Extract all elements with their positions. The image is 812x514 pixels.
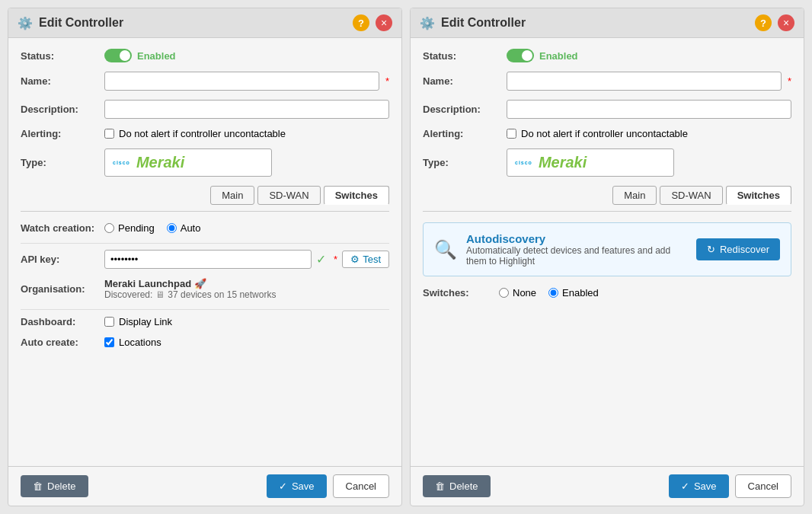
right-footer-right: ✓ Save Cancel [669, 474, 791, 498]
right-tab-switches[interactable]: Switches [726, 186, 791, 205]
right-switches-control: None Enabled [499, 287, 599, 299]
left-watch-pending-radio[interactable] [104, 223, 114, 233]
right-cisco-logo: cisco [515, 160, 532, 165]
right-switches-enabled-label[interactable]: Enabled [548, 287, 599, 299]
left-save-button[interactable]: ✓ Save [267, 474, 327, 498]
left-dashboard-checkbox-label[interactable]: Display Link [104, 316, 389, 327]
left-status-toggle[interactable] [104, 49, 132, 62]
right-name-input[interactable]: Launchpad [507, 72, 782, 91]
right-name-control: Launchpad * [507, 72, 791, 91]
left-status-control: Enabled [104, 49, 389, 62]
autodiscovery-content: Autodiscovery Automatically detect devic… [466, 232, 687, 267]
autodiscovery-icon: 🔍 [434, 239, 457, 260]
right-switches-enabled-radio[interactable] [548, 288, 558, 298]
right-panel-body: Status: Enabled Name: Launchpad * Descri… [411, 38, 804, 466]
left-close-button[interactable]: × [376, 14, 392, 31]
left-status-label: Status: [21, 50, 104, 62]
left-dashboard-control: Display Link [104, 316, 389, 327]
left-type-control: cisco Meraki [104, 148, 389, 177]
left-autocreate-checkbox[interactable] [104, 337, 114, 347]
right-edit-controller-panel: ⚙️ Edit Controller ? × Status: Enabled N… [410, 8, 804, 506]
right-help-button[interactable]: ? [755, 14, 772, 31]
left-device-icon: 🖥 [155, 289, 165, 300]
left-description-row: Description: Meraki Switch [21, 100, 389, 119]
autodiscovery-title: Autodiscovery [466, 232, 687, 245]
left-watch-auto-radio[interactable] [167, 223, 177, 233]
right-name-required: * [788, 75, 791, 87]
left-dashboard-row: Dashboard: Display Link [21, 316, 389, 327]
left-apikey-input[interactable] [104, 250, 312, 269]
left-autocreate-label: Auto create: [21, 337, 104, 348]
left-description-input[interactable]: Meraki Switch [104, 100, 389, 119]
refresh-icon: ↻ [707, 244, 715, 255]
left-test-button[interactable]: ⚙ Test [342, 251, 389, 268]
left-description-control: Meraki Switch [104, 100, 389, 119]
right-type-row: Type: cisco Meraki [423, 148, 791, 177]
right-tab-main[interactable]: Main [612, 186, 657, 205]
left-tab-switches[interactable]: Switches [324, 186, 389, 205]
right-switches-none-radio[interactable] [499, 288, 509, 298]
right-panel-footer: 🗑 Delete ✓ Save Cancel [411, 466, 804, 506]
right-name-label: Name: [423, 75, 507, 87]
autodiscovery-desc: Automatically detect devices and feature… [466, 245, 687, 267]
left-panel-footer: 🗑 Delete ✓ Save Cancel [8, 466, 401, 506]
left-type-row: Type: cisco Meraki [21, 148, 389, 177]
left-header-actions: ? × [353, 14, 392, 31]
right-alerting-checkbox[interactable] [507, 129, 516, 139]
right-status-row: Status: Enabled [423, 49, 791, 62]
left-alerting-control: Do not alert if controller uncontactable [104, 128, 389, 139]
left-alerting-checkbox[interactable] [104, 129, 114, 139]
right-tabs-row: Main SD-WAN Switches [423, 186, 791, 212]
left-alerting-checkbox-label[interactable]: Do not alert if controller uncontactable [104, 128, 389, 139]
right-status-label: Status: [423, 50, 507, 62]
left-cisco-logo: cisco [113, 160, 130, 165]
right-alerting-row: Alerting: Do not alert if controller unc… [423, 128, 791, 139]
right-alerting-checkbox-label[interactable]: Do not alert if controller uncontactable [507, 128, 791, 139]
right-description-input[interactable]: Meraki Switch [507, 100, 791, 119]
right-status-control: Enabled [507, 49, 791, 62]
left-dashboard-checkbox[interactable] [104, 317, 114, 327]
left-delete-button[interactable]: 🗑 Delete [21, 475, 88, 497]
left-panel-title: ⚙️ Edit Controller [18, 16, 123, 30]
right-type-label: Type: [423, 157, 507, 168]
left-autocreate-checkbox-label[interactable]: Locations [104, 337, 389, 348]
left-name-input[interactable]: Launchpad [104, 72, 379, 91]
left-tab-main[interactable]: Main [210, 186, 254, 205]
rediscover-button[interactable]: ↻ Rediscover [696, 238, 780, 260]
right-tab-sdwan[interactable]: SD-WAN [660, 186, 722, 205]
left-meraki-text: Meraki [136, 154, 184, 171]
left-cancel-button[interactable]: Cancel [333, 474, 389, 498]
left-watch-pending-label[interactable]: Pending [104, 222, 155, 234]
left-apikey-row: API key: ✓ * ⚙ Test [21, 250, 389, 269]
left-type-meraki: cisco Meraki [104, 148, 272, 177]
left-org-label: Organisation: [21, 283, 104, 295]
left-footer-right: ✓ Save Cancel [267, 474, 389, 498]
left-watch-auto-label[interactable]: Auto [167, 222, 201, 234]
left-tab-sdwan[interactable]: SD-WAN [257, 186, 320, 205]
left-help-button[interactable]: ? [353, 14, 369, 31]
right-close-button[interactable]: × [778, 14, 794, 31]
left-org-row: Organisation: Meraki Launchpad 🚀 Discove… [21, 278, 389, 300]
left-name-control: Launchpad * [104, 72, 389, 91]
left-watch-control: Pending Auto [104, 222, 389, 234]
right-save-button[interactable]: ✓ Save [669, 474, 729, 498]
left-apikey-label: API key: [21, 254, 104, 265]
left-apikey-control: ✓ * ⚙ Test [104, 250, 389, 269]
left-org-name: Meraki Launchpad 🚀 [104, 278, 389, 289]
left-panel-body: Status: Enabled Name: Launchpad * Descri… [8, 38, 401, 466]
right-status-toggle[interactable] [507, 49, 534, 62]
right-status-value: Enabled [539, 50, 578, 62]
left-apikey-row-inner: ✓ * ⚙ Test [104, 250, 389, 269]
right-delete-button[interactable]: 🗑 Delete [423, 475, 491, 497]
right-save-check-icon: ✓ [681, 480, 689, 492]
left-divider2 [21, 309, 389, 310]
right-trash-icon: 🗑 [435, 480, 445, 492]
right-description-control: Meraki Switch [507, 100, 791, 119]
left-name-row: Name: Launchpad * [21, 72, 389, 91]
left-alerting-label: Alerting: [21, 128, 104, 139]
left-discovered-text: Discovered: 🖥 37 devices on 15 networks [104, 289, 389, 300]
autodiscovery-box: 🔍 Autodiscovery Automatically detect dev… [423, 222, 791, 276]
right-cancel-button[interactable]: Cancel [735, 474, 791, 498]
right-switches-none-label[interactable]: None [499, 287, 536, 299]
left-dashboard-label: Dashboard: [21, 316, 104, 327]
